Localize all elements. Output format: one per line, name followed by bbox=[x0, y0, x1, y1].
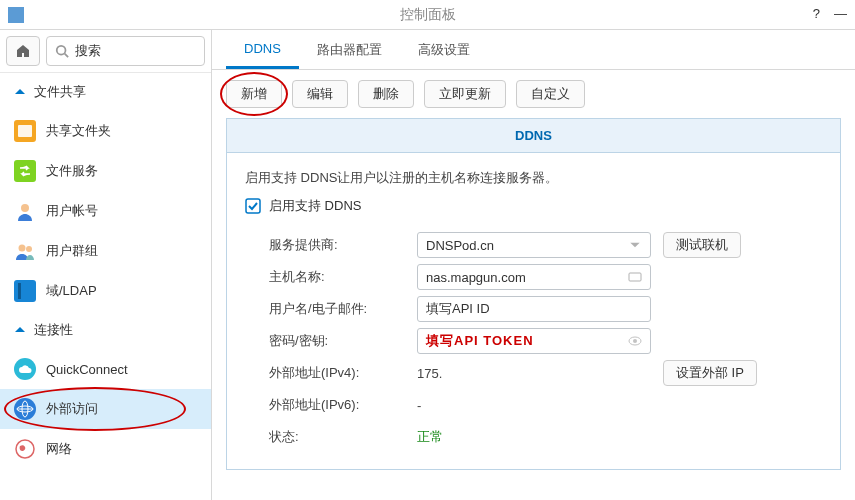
username-label: 用户名/电子邮件: bbox=[269, 300, 417, 318]
hostname-input[interactable]: nas.mapgun.com bbox=[417, 264, 651, 290]
update-button[interactable]: 立即更新 bbox=[424, 80, 506, 108]
chevron-up-icon bbox=[14, 324, 26, 336]
search-placeholder: 搜索 bbox=[75, 42, 101, 60]
test-connection-button[interactable]: 测试联机 bbox=[663, 232, 741, 258]
edit-button[interactable]: 编辑 bbox=[292, 80, 348, 108]
svg-rect-14 bbox=[246, 199, 260, 213]
eye-icon[interactable] bbox=[628, 334, 642, 348]
network-icon bbox=[15, 439, 35, 459]
svg-rect-15 bbox=[629, 273, 641, 281]
transfer-icon bbox=[18, 165, 32, 177]
search-icon bbox=[55, 44, 69, 58]
keyboard-icon bbox=[628, 270, 642, 284]
category-fileshare[interactable]: 文件共享 bbox=[0, 73, 211, 111]
ipv4-label: 外部地址(IPv4): bbox=[269, 364, 417, 382]
svg-point-17 bbox=[633, 339, 637, 343]
sidebar-item-network[interactable]: 网络 bbox=[0, 429, 211, 469]
svg-rect-2 bbox=[18, 125, 32, 137]
category-connectivity[interactable]: 连接性 bbox=[0, 311, 211, 349]
home-icon bbox=[15, 43, 31, 59]
svg-point-0 bbox=[57, 46, 66, 55]
status-value: 正常 bbox=[417, 428, 443, 446]
app-icon bbox=[8, 7, 24, 23]
custom-button[interactable]: 自定义 bbox=[516, 80, 585, 108]
sidebar-item-groups[interactable]: 用户群组 bbox=[0, 231, 211, 271]
titlebar: 控制面板 ? — bbox=[0, 0, 855, 30]
globe-icon bbox=[16, 400, 34, 418]
tabs: DDNS 路由器配置 高级设置 bbox=[212, 30, 855, 70]
cloud-icon bbox=[18, 364, 32, 374]
enable-ddns-checkbox[interactable]: 启用支持 DDNS bbox=[245, 197, 822, 215]
folder-icon bbox=[18, 125, 32, 137]
svg-rect-7 bbox=[21, 283, 32, 299]
sidebar-item-shared-folders[interactable]: 共享文件夹 bbox=[0, 111, 211, 151]
search-input[interactable]: 搜索 bbox=[46, 36, 205, 66]
minimize-icon[interactable]: — bbox=[834, 6, 847, 21]
password-label: 密码/密钥: bbox=[269, 332, 417, 350]
tab-advanced[interactable]: 高级设置 bbox=[400, 31, 488, 69]
window-title: 控制面板 bbox=[400, 6, 456, 24]
panel-title: DDNS bbox=[227, 119, 840, 153]
sidebar-item-ldap[interactable]: 域/LDAP bbox=[0, 271, 211, 311]
svg-point-3 bbox=[21, 204, 29, 212]
book-icon bbox=[18, 283, 32, 299]
hostname-label: 主机名称: bbox=[269, 268, 417, 286]
user-icon bbox=[15, 201, 35, 221]
delete-button[interactable]: 删除 bbox=[358, 80, 414, 108]
ipv6-value: - bbox=[417, 398, 421, 413]
svg-line-1 bbox=[65, 54, 69, 58]
sidebar-item-file-services[interactable]: 文件服务 bbox=[0, 151, 211, 191]
sidebar-item-users[interactable]: 用户帐号 bbox=[0, 191, 211, 231]
chevron-down-icon bbox=[628, 238, 642, 252]
password-input[interactable]: 填写API TOKEN bbox=[417, 328, 651, 354]
add-button[interactable]: 新增 bbox=[226, 80, 282, 108]
panel-description: 启用支持 DDNS让用户以注册的主机名称连接服务器。 bbox=[245, 169, 822, 187]
svg-rect-8 bbox=[18, 283, 21, 299]
toolbar: 新增 编辑 删除 立即更新 自定义 bbox=[212, 70, 855, 118]
chevron-up-icon bbox=[14, 86, 26, 98]
svg-point-4 bbox=[19, 245, 26, 252]
tab-ddns[interactable]: DDNS bbox=[226, 31, 299, 69]
status-label: 状态: bbox=[269, 428, 417, 446]
checkbox-checked-icon bbox=[245, 198, 261, 214]
ipv4-value: 175. bbox=[417, 366, 651, 381]
svg-point-5 bbox=[26, 246, 32, 252]
help-icon[interactable]: ? bbox=[813, 6, 820, 21]
sidebar-item-external-access[interactable]: 外部访问 bbox=[0, 389, 211, 429]
ipv6-label: 外部地址(IPv6): bbox=[269, 396, 417, 414]
home-button[interactable] bbox=[6, 36, 40, 66]
username-input[interactable]: 填写API ID bbox=[417, 296, 651, 322]
group-icon bbox=[14, 241, 36, 261]
sidebar: 搜索 文件共享 共享文件夹 文件服务 用户帐号 用户群组 域/LDAP bbox=[0, 30, 212, 500]
tab-router[interactable]: 路由器配置 bbox=[299, 31, 400, 69]
provider-select[interactable]: DNSPod.cn bbox=[417, 232, 651, 258]
set-external-ip-button[interactable]: 设置外部 IP bbox=[663, 360, 757, 386]
ddns-panel: DDNS 启用支持 DDNS让用户以注册的主机名称连接服务器。 启用支持 DDN… bbox=[226, 118, 841, 470]
sidebar-item-quickconnect[interactable]: QuickConnect bbox=[0, 349, 211, 389]
provider-label: 服务提供商: bbox=[269, 236, 417, 254]
